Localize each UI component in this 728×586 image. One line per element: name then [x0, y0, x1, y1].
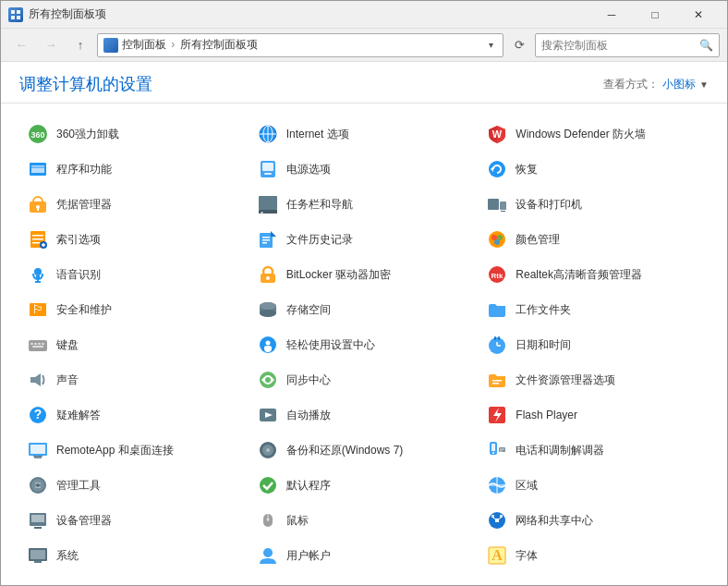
svg-rect-115 [491, 515, 494, 518]
item-item-color[interactable]: 颜色管理 [479, 224, 709, 255]
item-recovery-label: 恢复 [516, 162, 538, 177]
item-item-360[interactable]: 360360强力卸载 [19, 118, 249, 150]
item-user-icon [257, 544, 279, 567]
item-item-devices[interactable]: 设备和打印机 [479, 189, 709, 220]
svg-rect-88 [33, 456, 42, 457]
item-item-sync[interactable]: 同步中心 [249, 364, 479, 396]
svg-rect-63 [42, 343, 44, 345]
svg-marker-73 [35, 373, 41, 386]
item-item-sound[interactable]: 声音 [19, 364, 249, 396]
refresh-button[interactable]: ⟳ [507, 33, 531, 57]
back-button[interactable]: ← [8, 33, 34, 57]
address-bar-icon [103, 38, 118, 53]
svg-rect-78 [492, 383, 499, 385]
item-defender-icon: W [486, 123, 508, 145]
svg-text:?: ? [34, 407, 42, 421]
item-item-recovery[interactable]: 恢复 [479, 153, 709, 185]
item-item-index[interactable]: 索引选项 [19, 224, 249, 255]
item-item-history[interactable]: 文件历史记录 [249, 224, 479, 255]
svg-text:360: 360 [30, 130, 44, 140]
item-item-default[interactable]: 默认程序 [249, 470, 479, 501]
svg-point-91 [266, 448, 270, 452]
item-color-label: 颜色管理 [516, 232, 560, 248]
svg-point-58 [260, 302, 276, 310]
view-options: 查看方式： 小图标 ▼ [603, 77, 709, 92]
item-workfolder-label: 工作文件夹 [516, 302, 571, 318]
window-title: 所有控制面板项 [29, 6, 590, 22]
item-item-trouble[interactable]: ?疑难解答 [19, 399, 249, 431]
item-trouble-icon: ? [27, 404, 49, 426]
forward-button[interactable]: → [38, 33, 64, 57]
item-default-icon [257, 474, 279, 496]
item-item-region[interactable]: 区域 [479, 470, 709, 501]
svg-rect-68 [494, 336, 496, 340]
item-item-defender[interactable]: WWindows Defender 防火墙 [479, 118, 709, 150]
svg-rect-38 [262, 239, 270, 241]
item-network-icon [486, 509, 508, 531]
item-item-power[interactable]: 电源选项 [249, 153, 479, 185]
close-button[interactable]: ✕ [677, 1, 720, 29]
address-bar: 控制面板 › 所有控制面板项 ▾ [97, 33, 504, 57]
item-item-security[interactable]: 🏳安全和维护 [19, 294, 249, 325]
svg-point-102 [36, 483, 40, 487]
item-item-network[interactable]: 网络和共享中心 [479, 505, 709, 536]
maximize-button[interactable]: □ [634, 1, 676, 29]
item-item-font[interactable]: A字体 [479, 540, 709, 571]
item-item-autoplay[interactable]: 自动播放 [249, 399, 479, 431]
item-defender-label: Windows Defender 防火墙 [516, 127, 646, 142]
svg-rect-108 [31, 515, 44, 522]
item-item-datetime[interactable]: 日期和时间 [479, 329, 709, 360]
item-item-phone[interactable]: 电话和调制解调器 [479, 434, 709, 466]
item-item-keyboard[interactable]: 键盘 [19, 329, 249, 360]
item-recovery-icon [486, 158, 508, 180]
item-item-remoteapp[interactable]: RemoteApp 和桌面连接 [19, 434, 249, 466]
address-chevron-icon[interactable]: ▾ [485, 38, 497, 52]
item-item-taskbar[interactable]: 任务栏和导航 [249, 189, 479, 220]
toolbar: ← → ↑ 控制面板 › 所有控制面板项 ▾ ⟳ 🔍 [1, 29, 727, 62]
item-item-credential[interactable]: 凭据管理器 [19, 189, 249, 220]
item-item-workfolder[interactable]: 工作文件夹 [479, 294, 709, 325]
item-security-label: 安全和维护 [56, 302, 112, 318]
item-item-ease[interactable]: 轻松使用设置中心 [249, 329, 479, 360]
breadcrumb-root[interactable]: 控制面板 [122, 38, 166, 51]
item-item-speech[interactable]: 语音识别 [19, 259, 249, 290]
item-sound-label: 声音 [56, 372, 79, 388]
view-dropdown-icon[interactable]: ▼ [699, 79, 709, 90]
item-bitlocker-label: BitLocker 驱动器加密 [286, 267, 391, 283]
item-item-mouse[interactable]: 鼠标 [249, 505, 479, 536]
item-item-bitlocker[interactable]: BitLocker 驱动器加密 [249, 259, 479, 290]
item-360-icon: 360 [27, 123, 49, 145]
item-item-admin[interactable]: 管理工具 [19, 470, 249, 501]
item-power-label: 电源选项 [286, 162, 331, 177]
view-current-button[interactable]: 小图标 [662, 77, 696, 92]
svg-point-66 [265, 341, 270, 346]
item-item-realtek[interactable]: RtkRealtek高清晰音频管理器 [479, 259, 709, 290]
svg-rect-26 [488, 199, 499, 210]
item-item-devmgr[interactable]: 设备管理器 [19, 505, 249, 536]
item-360-label: 360强力卸载 [56, 127, 119, 142]
minimize-button[interactable]: ─ [590, 1, 633, 29]
item-item-explorer[interactable]: 文件资源管理器选项 [479, 364, 709, 396]
item-user-label: 用户帐户 [286, 548, 331, 564]
item-phone-icon [486, 439, 508, 461]
item-item-flash[interactable]: Flash Player [479, 399, 709, 431]
item-credential-icon [27, 193, 49, 215]
item-item-programs[interactable]: 程序和功能 [19, 153, 249, 185]
breadcrumb: 控制面板 › 所有控制面板项 [122, 37, 481, 53]
item-flash-icon [486, 404, 508, 426]
item-system-label: 系统 [56, 548, 79, 564]
svg-rect-25 [261, 212, 263, 214]
item-item-internet[interactable]: Internet 选项 [249, 118, 479, 150]
svg-rect-28 [501, 211, 505, 212]
item-admin-label: 管理工具 [56, 478, 101, 494]
search-box: 🔍 [535, 33, 720, 57]
item-item-backup[interactable]: 备份和还原(Windows 7) [249, 434, 479, 466]
item-internet-icon [257, 123, 279, 145]
svg-rect-12 [31, 165, 44, 173]
item-item-system[interactable]: 系统 [19, 540, 249, 571]
up-button[interactable]: ↑ [67, 33, 93, 57]
svg-rect-69 [498, 336, 500, 340]
item-item-user[interactable]: 用户帐户 [249, 540, 479, 571]
item-item-storage[interactable]: 存储空间 [249, 294, 479, 325]
search-input[interactable] [541, 39, 699, 52]
